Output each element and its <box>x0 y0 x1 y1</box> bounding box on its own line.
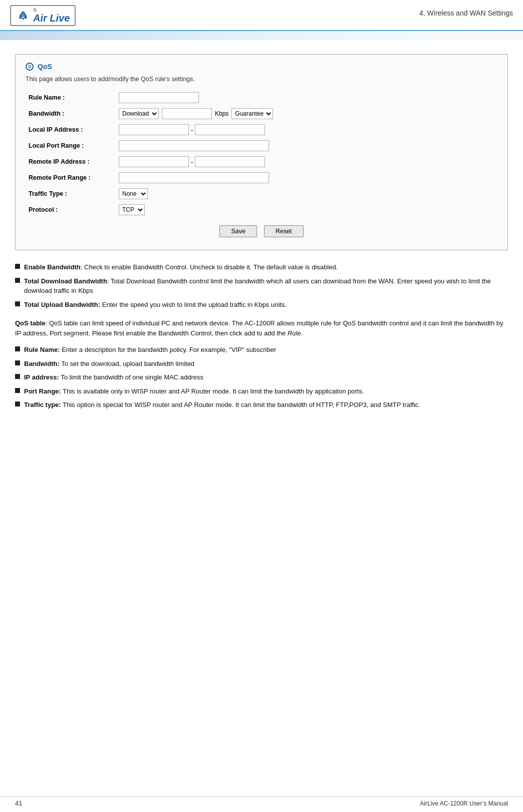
remote-ip-end-input[interactable] <box>195 156 265 167</box>
traffic-type-field: None HTTP FTP <box>116 186 497 202</box>
qos-description: This page allows users to add/modify the… <box>26 76 497 83</box>
footer: 41 AirLive AC-1200R User’s Manual <box>0 796 523 807</box>
bullet-icon-7 <box>15 388 20 393</box>
wave-decoration <box>0 31 523 40</box>
local-ip-label: Local IP Address : <box>26 122 116 138</box>
bandwidth-label: Bandwidth : <box>26 106 116 122</box>
remote-ip-start-input[interactable] <box>119 156 189 167</box>
rule-name-row: Rule Name : <box>26 90 497 106</box>
remote-port-label: Remote Port Range : <box>26 170 116 186</box>
kbps-label: Kbps <box>215 110 228 117</box>
local-port-input[interactable] <box>119 140 269 151</box>
bandwidth-type-select[interactable]: Guarantee Maximum <box>231 108 273 119</box>
traffic-type-label: Traffic Type : <box>26 186 116 202</box>
bullet-item-bandwidth: Bandwidth: To set the download, upload b… <box>15 359 508 369</box>
logo-box: ® Air Live <box>10 5 76 26</box>
local-ip-start-input[interactable] <box>119 124 189 135</box>
bandwidth-row: Bandwidth : Download Upload Kbps Guarant… <box>26 106 497 122</box>
bullet-item-enable-bandwidth: Enable Bandwidth: Check to enable Bandwi… <box>15 262 508 272</box>
remote-ip-label: Remote IP Address : <box>26 154 116 170</box>
bullet-item-traffic-type: Traffic type: This option is special for… <box>15 400 508 410</box>
protocol-field: TCP UDP Both <box>116 202 497 218</box>
qos-title: ⊙ QoS <box>26 63 497 71</box>
rule-name-label: Rule Name : <box>26 90 116 106</box>
bandwidth-field: Download Upload Kbps Guarantee Maximum <box>116 106 497 122</box>
remote-port-input[interactable] <box>119 172 269 183</box>
save-button[interactable]: Save <box>219 225 257 237</box>
form-buttons-row: Save Reset <box>26 218 497 240</box>
bullet-text-enable-bandwidth: Enable Bandwidth: Check to enable Bandwi… <box>24 262 338 272</box>
remote-port-field <box>116 170 497 186</box>
rule-name-input[interactable] <box>119 92 199 103</box>
local-ip-dash: - <box>191 126 193 134</box>
bullet-text-port-range: Port Range: This is available only in WI… <box>24 386 364 396</box>
local-ip-field: - <box>116 122 497 138</box>
local-port-label: Local Port Range : <box>26 138 116 154</box>
local-port-field <box>116 138 497 154</box>
bullet-text-rule-name: Rule Name: Enter a description for the b… <box>24 345 276 355</box>
bullet-text-total-download: Total Download Bandwidth: Total Download… <box>24 276 508 296</box>
bullets-section-2: Rule Name: Enter a description for the b… <box>15 345 508 410</box>
traffic-type-row: Traffic Type : None HTTP FTP <box>26 186 497 202</box>
qos-title-text: QoS <box>38 63 52 71</box>
rule-name-field <box>116 90 497 106</box>
bandwidth-value-input[interactable] <box>162 108 212 119</box>
bullet-icon-3 <box>15 301 20 306</box>
remote-ip-row: Remote IP Address : - <box>26 154 497 170</box>
bullet-icon-5 <box>15 360 20 365</box>
bullet-item-total-upload: Total Upload Bandwidth: Enter the speed … <box>15 300 508 310</box>
reset-button[interactable]: Reset <box>264 225 304 237</box>
protocol-row: Protocol : TCP UDP Both <box>26 202 497 218</box>
footer-page-number: 41 <box>15 799 22 807</box>
protocol-label: Protocol : <box>26 202 116 218</box>
protocol-select[interactable]: TCP UDP Both <box>119 204 145 215</box>
local-ip-end-input[interactable] <box>195 124 265 135</box>
header: ® Air Live 4. Wireless and WAN Settings <box>0 0 523 31</box>
bullet-icon-1 <box>15 264 20 269</box>
bullet-text-bandwidth: Bandwidth: To set the download, upload b… <box>24 359 194 369</box>
bullet-text-traffic-type: Traffic type: This option is special for… <box>24 400 420 410</box>
qos-title-icon: ⊙ <box>26 63 34 71</box>
bullet-icon-2 <box>15 278 20 283</box>
header-title: 4. Wireless and WAN Settings <box>419 5 513 17</box>
qos-form-box: ⊙ QoS This page allows users to add/modi… <box>15 54 508 250</box>
local-port-row: Local Port Range : <box>26 138 497 154</box>
footer-manual-text: AirLive AC-1200R User’s Manual <box>420 800 508 807</box>
qos-form-table: Rule Name : Bandwidth : Download Upload … <box>26 90 497 240</box>
bullets-section-1: Enable Bandwidth: Check to enable Bandwi… <box>15 262 508 309</box>
bullet-icon-8 <box>15 401 20 407</box>
svg-point-0 <box>22 18 24 20</box>
bullet-item-rule-name: Rule Name: Enter a description for the b… <box>15 345 508 355</box>
main-content: ⊙ QoS This page allows users to add/modi… <box>0 49 523 420</box>
remote-port-row: Remote Port Range : <box>26 170 497 186</box>
bullet-item-port-range: Port Range: This is available only in WI… <box>15 386 508 396</box>
bullet-text-total-upload: Total Upload Bandwidth: Enter the speed … <box>24 300 287 310</box>
traffic-type-select[interactable]: None HTTP FTP <box>119 188 148 199</box>
signal-icon <box>16 10 30 21</box>
bullet-item-ip-address: IP address: To limit the bandwidth of on… <box>15 372 508 382</box>
local-ip-row: Local IP Address : - <box>26 122 497 138</box>
remote-ip-dash: - <box>191 158 193 166</box>
form-buttons: Save Reset <box>29 225 494 237</box>
logo-area: ® Air Live <box>10 5 76 26</box>
bandwidth-direction-select[interactable]: Download Upload <box>119 108 159 119</box>
bullet-item-total-download: Total Download Bandwidth: Total Download… <box>15 276 508 296</box>
remote-ip-field: - <box>116 154 497 170</box>
bullet-icon-4 <box>15 346 20 351</box>
bullet-icon-6 <box>15 374 20 379</box>
logo-text: ® Air Live <box>33 8 70 23</box>
bullet-text-ip-address: IP address: To limit the bandwidth of on… <box>24 372 203 382</box>
qos-table-paragraph: QoS table: QoS table can limit speed of … <box>15 318 508 338</box>
